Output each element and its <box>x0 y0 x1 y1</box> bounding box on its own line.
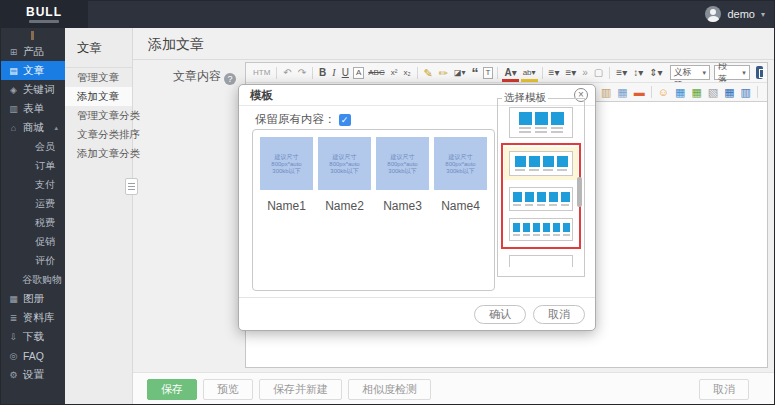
banner-icon[interactable]: ▬ <box>632 84 647 101</box>
align-button[interactable]: ≡▾ <box>614 64 629 82</box>
confirm-button[interactable]: 确认 <box>474 305 526 324</box>
modal-cancel-button[interactable]: 取消 <box>533 305 585 324</box>
nav-item-keywords[interactable]: ◈ 关键词 <box>0 80 65 99</box>
nav-item-icon: ⌂ <box>7 123 20 133</box>
keep-content-checkbox[interactable]: ✓ <box>339 114 351 126</box>
template-name: Name1 <box>260 199 313 213</box>
html-source-button[interactable]: HTM <box>251 64 272 82</box>
line-height-button[interactable]: ⇕▾ <box>647 64 664 82</box>
nav-item-downloads[interactable]: ⇩ 下载 <box>0 327 65 346</box>
template-card[interactable]: 建议尺寸800px*auto 300kb以下 Name4 <box>434 137 487 283</box>
nav-item-label: 文章 <box>23 64 44 78</box>
user-menu[interactable]: demo ▾ <box>705 0 765 28</box>
video-icon[interactable]: ▧ <box>706 84 720 101</box>
gallery-insert-icon[interactable]: ▦ <box>689 84 703 101</box>
nav-item-faq[interactable]: ◎ FAQ <box>0 346 65 365</box>
font-color-button[interactable]: A▾ <box>502 64 518 82</box>
nav-item-orders[interactable]: 订单 <box>0 156 65 175</box>
format-painter-icon[interactable]: ✎ <box>422 64 435 82</box>
columns-icon[interactable]: ▥ <box>739 84 753 101</box>
nav-item-tax[interactable]: 税费 <box>0 213 65 232</box>
fullscreen-icon[interactable] <box>756 66 763 79</box>
layout-option-3-columns[interactable] <box>509 107 573 138</box>
nav-item-products[interactable]: ⊞ 产品 <box>0 42 65 61</box>
nav-item-label: 支付 <box>35 178 55 192</box>
similarity-check-button[interactable]: 相似度检测 <box>348 379 431 400</box>
template-card[interactable]: 建议尺寸800px*auto 300kb以下 Name3 <box>376 137 429 283</box>
nav-item-label: 商城 <box>23 121 44 135</box>
nav-item-promotion[interactable]: 促销 <box>0 232 65 251</box>
nav-item-icon: ⊞ <box>7 47 20 57</box>
nav-item-shipping[interactable]: 运费 <box>0 194 65 213</box>
emoji-icon[interactable]: ☺ <box>656 84 671 101</box>
heading-style-select[interactable]: 自定义标题▾ <box>670 65 710 80</box>
layout-option-6-columns[interactable] <box>509 218 573 241</box>
subscript-button[interactable]: x₂ <box>401 64 412 82</box>
paragraph-format-select[interactable]: 段落▾ <box>714 65 750 80</box>
separator <box>609 67 610 79</box>
submenu-item-add-article-category[interactable]: 添加文章分类 <box>65 144 132 163</box>
save-and-new-button[interactable]: 保存并新建 <box>259 379 342 400</box>
layout-option-4-columns-selected[interactable] <box>504 147 578 180</box>
main-nav: ⊞ 产品 ▤ 文章 ◈ 关键词 ▥ 表单 ⌂ <box>0 28 65 405</box>
save-button[interactable]: 保存 <box>147 379 197 400</box>
paper-button[interactable]: ▢ <box>592 64 605 82</box>
clipboard-icon[interactable]: ▥ <box>599 84 613 101</box>
nav-item-members[interactable]: 会员 <box>0 137 65 156</box>
nav-item-label: 下载 <box>23 330 44 344</box>
highlight-color-button[interactable]: ab▾ <box>521 64 538 82</box>
nav-item-forms[interactable]: ▥ 表单 <box>0 99 65 118</box>
modal-footer: 确认 取消 <box>239 297 595 330</box>
brand-text: BULL <box>26 6 62 18</box>
bullet-list-button[interactable]: ≡▾ <box>563 64 578 82</box>
layout-option-5-columns[interactable] <box>509 187 573 211</box>
submenu-item-add-article[interactable]: 添加文章 <box>65 87 132 106</box>
nav-item-albums[interactable]: ▦ 图册 <box>0 289 65 308</box>
screenshot-icon[interactable]: ▦ <box>615 84 629 101</box>
nav-item-settings[interactable]: ⚙ 设置 <box>0 365 65 384</box>
underline-button[interactable]: U <box>340 64 351 82</box>
help-icon[interactable]: ? <box>224 73 236 85</box>
nav-item-mall[interactable]: ⌂ 商城 ▴ <box>0 118 65 137</box>
nav-item-articles[interactable]: ▤ 文章 <box>0 61 65 80</box>
preview-button[interactable]: 预览 <box>203 379 253 400</box>
table-icon[interactable]: ▦ <box>722 84 736 101</box>
page-title: 添加文章 <box>133 28 775 60</box>
page-header: 添加文章 <box>133 28 775 60</box>
font-frame-button[interactable]: A <box>353 67 364 79</box>
vertical-align-button[interactable]: ↕▾ <box>631 64 645 82</box>
submenu-item-sort-article-categories[interactable]: 文章分类排序 <box>65 125 132 144</box>
nav-item-icon: ◈ <box>7 85 20 95</box>
sidebar-collapse-button[interactable] <box>125 178 138 195</box>
nav-item-payment[interactable]: 支付 <box>0 175 65 194</box>
keep-content-row: 保留原有内容： ✓ <box>255 112 351 127</box>
layout-picker-legend: 选择模板 <box>502 91 548 105</box>
nav-item-icon: ▦ <box>7 294 20 304</box>
image-icon[interactable]: ▦ <box>673 84 687 101</box>
template-card[interactable]: 建议尺寸800px*auto 300kb以下 Name2 <box>318 137 371 283</box>
nav-item-reviews[interactable]: 评价 <box>0 251 65 270</box>
bold-button[interactable]: B <box>317 64 328 82</box>
cancel-button[interactable]: 取消 <box>699 379 749 400</box>
strikethrough-button[interactable]: ABC <box>366 64 386 82</box>
picker-scrollbar[interactable] <box>577 177 582 207</box>
eraser-button[interactable]: ◪▾ <box>452 64 468 82</box>
nav-item-library[interactable]: ≣ 资料库 <box>0 308 65 327</box>
nav-item-google-shopping[interactable]: 谷歌购物 <box>0 270 65 289</box>
layout-option-partial[interactable] <box>509 255 573 267</box>
submenu-item-label: 文章分类排序 <box>77 128 140 140</box>
superscript-button[interactable]: x² <box>389 64 400 82</box>
blockquote-button[interactable]: “ <box>470 69 481 77</box>
template-card[interactable]: 建议尺寸800px*auto 300kb以下 Name1 <box>260 137 313 283</box>
indent-button[interactable]: » <box>580 64 590 82</box>
undo-button[interactable]: ↶ <box>281 64 293 82</box>
brush-icon[interactable]: ✏ <box>437 64 450 82</box>
submenu-item-manage-article-categories[interactable]: 管理文章分类 <box>65 106 132 125</box>
redo-button[interactable]: ↷ <box>296 64 308 82</box>
ordered-list-button[interactable]: ≡▾ <box>547 64 562 82</box>
separator <box>651 86 652 98</box>
paste-word-button[interactable]: T <box>483 67 494 79</box>
submenu-item-label: 添加文章 <box>77 90 119 102</box>
submenu-item-manage-articles[interactable]: 管理文章 <box>65 68 132 87</box>
italic-button[interactable]: I <box>330 64 337 82</box>
